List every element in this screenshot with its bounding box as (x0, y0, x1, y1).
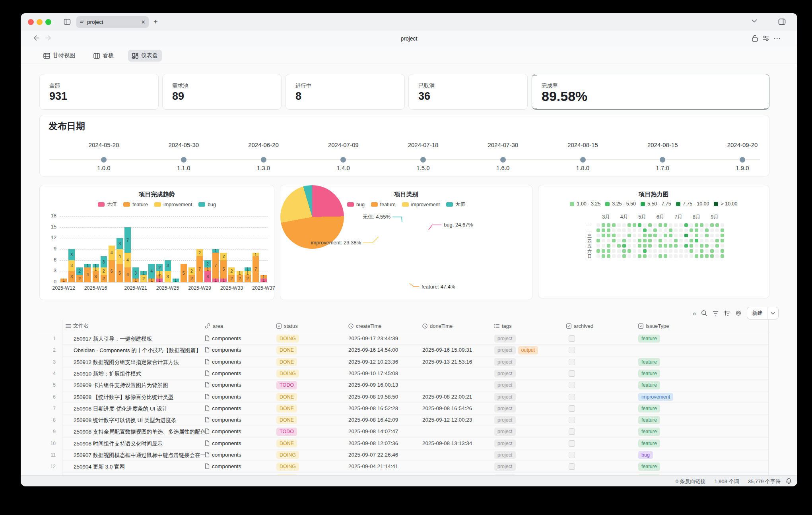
heatmap-cell[interactable] (669, 239, 672, 242)
heatmap-cell[interactable] (596, 249, 600, 253)
stat-card-进行中[interactable]: 进行中8 (286, 74, 405, 110)
archived-checkbox[interactable] (569, 440, 575, 447)
heatmap-cell[interactable] (653, 254, 657, 258)
issue-type-pill[interactable]: feature (638, 381, 660, 389)
heatmap-cell[interactable] (700, 234, 703, 237)
heatmap-cell[interactable] (710, 244, 714, 248)
heatmap-cell[interactable] (700, 228, 703, 232)
heatmap-cell[interactable] (643, 244, 647, 248)
column-header-tags[interactable]: tags (494, 322, 512, 330)
heatmap-cell[interactable] (705, 244, 709, 248)
stat-card-全部[interactable]: 全部931 (39, 74, 159, 110)
heatmap-cell[interactable] (721, 239, 724, 242)
heatmap-cell[interactable] (721, 254, 724, 258)
heatmap-cell[interactable] (715, 244, 719, 248)
heatmap-cell[interactable] (674, 223, 678, 227)
issue-type-pill[interactable]: feature (638, 428, 660, 436)
area-cell[interactable]: components (205, 463, 264, 469)
heatmap-cell[interactable] (664, 234, 667, 237)
area-cell[interactable]: components (205, 347, 264, 353)
heatmap-cell[interactable] (633, 249, 636, 253)
backlinks-count[interactable]: 0 条反向链接 (676, 478, 706, 485)
heatmap-cell[interactable] (679, 254, 683, 258)
new-item-button[interactable]: 新建 (747, 307, 779, 319)
heatmap-cell[interactable] (679, 249, 683, 253)
heatmap-cell[interactable] (684, 244, 688, 248)
heatmap-cell[interactable] (700, 244, 703, 248)
heatmap-cell[interactable] (695, 249, 698, 253)
new-item-chevron-icon[interactable] (767, 307, 778, 319)
heatmap-cell[interactable] (648, 223, 652, 227)
issue-type-pill[interactable]: feature (638, 405, 660, 412)
issue-type-pill[interactable]: feature (638, 358, 660, 366)
gear-icon[interactable] (735, 310, 742, 316)
heatmap-cell[interactable] (664, 228, 667, 232)
heatmap-cell[interactable] (664, 223, 667, 227)
file-name-cell[interactable]: 250908 支持全局配置数据视图的单选、多选属性的配色 (74, 428, 205, 436)
heatmap-cell[interactable] (690, 223, 693, 227)
column-header-issueType[interactable]: issueType (638, 322, 669, 330)
archived-checkbox[interactable] (569, 335, 575, 342)
lock-icon[interactable] (752, 35, 758, 42)
stat-card-完成率[interactable]: 完成率89.58% (532, 74, 769, 110)
right-sidebar-toggle-icon[interactable] (778, 18, 786, 25)
view-tab-仪表盘[interactable]: 仪表盘 (128, 50, 162, 62)
archived-checkbox[interactable] (569, 359, 575, 365)
heatmap-cell[interactable] (695, 234, 698, 237)
heatmap-cell[interactable] (638, 234, 641, 237)
heatmap-cell[interactable] (648, 254, 652, 258)
area-cell[interactable]: components (205, 382, 264, 388)
heatmap-cell[interactable] (633, 244, 636, 248)
heatmap-cell[interactable] (617, 239, 621, 242)
heatmap-cell[interactable] (674, 249, 678, 253)
heatmap-cell[interactable] (596, 234, 600, 237)
heatmap-cell[interactable] (648, 228, 652, 232)
heatmap-cell[interactable] (695, 254, 698, 258)
heatmap-cell[interactable] (638, 254, 641, 258)
heatmap-cell[interactable] (612, 239, 616, 242)
column-header-status[interactable]: status (276, 322, 298, 330)
status-pill[interactable]: DONE (276, 393, 297, 401)
file-name-cell[interactable]: 250908 统计数字可以切换 UI 类型为进度条 (74, 417, 205, 424)
word-count[interactable]: 1,903 个词 (714, 478, 739, 485)
heatmap-cell[interactable] (627, 223, 631, 227)
heatmap-cell[interactable] (612, 228, 616, 232)
heatmap-cell[interactable] (690, 234, 693, 237)
heatmap-cell[interactable] (700, 239, 703, 242)
tag-pill[interactable]: project (494, 428, 516, 436)
status-pill[interactable]: DONE (276, 416, 297, 424)
issue-type-pill[interactable]: feature (638, 370, 660, 378)
heatmap-cell[interactable] (653, 249, 657, 253)
heatmap-cell[interactable] (721, 228, 724, 232)
heatmap-cell[interactable] (596, 228, 600, 232)
tag-pill[interactable]: project (494, 451, 516, 459)
column-header-doneTime[interactable]: doneTime (422, 322, 453, 330)
heatmap-cell[interactable] (715, 228, 719, 232)
milestone-dot[interactable] (740, 157, 745, 163)
heatmap-cell[interactable] (690, 249, 693, 253)
heatmap-cell[interactable] (627, 249, 631, 253)
area-cell[interactable]: components (205, 394, 264, 400)
tag-pill[interactable]: project (494, 405, 516, 412)
heatmap-cell[interactable] (653, 228, 657, 232)
heatmap-cell[interactable] (602, 254, 605, 258)
status-pill[interactable]: DONE (276, 405, 297, 412)
status-pill[interactable]: DONE (276, 439, 297, 447)
heatmap-cell[interactable] (679, 223, 683, 227)
heatmap-cell[interactable] (715, 249, 719, 253)
heatmap-cell[interactable] (617, 223, 621, 227)
status-pill[interactable]: DOING (276, 370, 299, 378)
heatmap-cell[interactable] (643, 234, 647, 237)
heatmap-cell[interactable] (612, 234, 616, 237)
heatmap-cell[interactable] (664, 249, 667, 253)
area-cell[interactable]: components (205, 417, 264, 423)
heatmap-cell[interactable] (659, 254, 662, 258)
heatmap-cell[interactable] (607, 249, 610, 253)
tag-pill[interactable]: project (494, 393, 516, 401)
heatmap-cell[interactable] (622, 244, 626, 248)
milestone-dot[interactable] (340, 157, 346, 163)
tag-pill[interactable]: project (494, 346, 516, 354)
file-name-cell[interactable]: 250909 卡片组件支持设置图片为背景图 (74, 382, 205, 389)
heatmap-cell[interactable] (669, 234, 672, 237)
collapse-toolbar-icon[interactable]: » (693, 310, 696, 317)
